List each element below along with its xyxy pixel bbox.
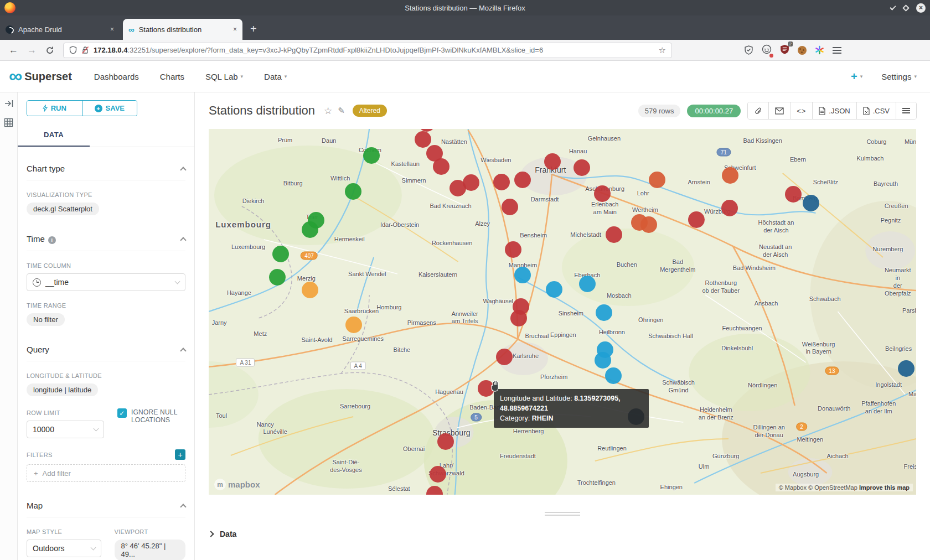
reload-button[interactable] xyxy=(45,46,54,55)
ignore-null-checkbox-row[interactable]: ✓ IGNORE NULL LOCATIONS xyxy=(117,408,184,424)
insecure-lock-icon[interactable] xyxy=(81,46,89,54)
export-csv-button[interactable]: .CSV xyxy=(856,102,896,119)
scatter-point[interactable] xyxy=(493,174,510,190)
viewport-value[interactable]: 8° 46' 45.28" | 49... xyxy=(115,540,185,560)
back-button[interactable]: ← xyxy=(9,45,18,56)
scatter-point[interactable] xyxy=(640,216,657,233)
browser-tab-stations-distribution[interactable]: ∞ Stations distribution × xyxy=(123,19,242,40)
improve-map-link[interactable]: Improve this map xyxy=(859,484,910,491)
scatter-point[interactable] xyxy=(596,304,612,321)
scatter-point[interactable] xyxy=(595,352,611,369)
superset-logo[interactable]: ∞ Superset xyxy=(9,69,72,84)
scatter-point[interactable] xyxy=(544,153,561,170)
forward-button[interactable]: → xyxy=(27,45,37,56)
scatter-point[interactable] xyxy=(649,172,665,188)
scatter-point[interactable] xyxy=(574,159,590,176)
browser-tab-apache-druid[interactable]: Apache Druid × xyxy=(0,19,120,40)
checkbox-checked-icon[interactable]: ✓ xyxy=(117,408,127,418)
save-button[interactable]: + SAVE xyxy=(82,101,137,116)
window-minimize-icon[interactable] xyxy=(890,4,896,10)
expand-panel-icon[interactable] xyxy=(4,99,14,108)
copy-link-button[interactable] xyxy=(748,102,768,119)
tracking-shield-icon[interactable] xyxy=(69,46,77,54)
nav-data[interactable]: Data▾ xyxy=(264,72,287,81)
mapbox-logo[interactable]: m mapbox xyxy=(214,479,260,490)
scatter-point[interactable] xyxy=(430,466,446,483)
section-time[interactable]: Timei xyxy=(27,234,185,251)
multi-account-extension-icon[interactable] xyxy=(762,44,772,56)
scatter-point[interactable] xyxy=(302,282,318,298)
nav-sql-lab[interactable]: SQL Lab▾ xyxy=(205,72,243,81)
scatter-point[interactable] xyxy=(722,167,738,184)
email-button[interactable] xyxy=(768,102,790,119)
scatter-point[interactable] xyxy=(502,199,518,215)
viz-type-value[interactable]: deck.gl Scatterplot xyxy=(27,203,99,215)
tab-close-icon[interactable]: × xyxy=(110,25,114,33)
scatter-point[interactable] xyxy=(269,269,286,286)
map-city-label: Bad Windsheim xyxy=(733,265,776,272)
scatter-point[interactable] xyxy=(898,360,914,377)
settings-menu[interactable]: Settings▾ xyxy=(881,72,917,81)
datasource-grid-icon[interactable] xyxy=(4,118,13,127)
tab-close-icon[interactable]: × xyxy=(233,25,237,33)
scatter-point[interactable] xyxy=(579,276,596,292)
pocket-extension-icon[interactable] xyxy=(744,45,753,55)
nav-charts[interactable]: Charts xyxy=(160,72,184,81)
scatter-point[interactable] xyxy=(510,310,527,326)
mapbox-attribution-link[interactable]: © Mapbox xyxy=(779,484,807,491)
scatter-point[interactable] xyxy=(721,200,738,216)
section-chart-type[interactable]: Chart type xyxy=(27,164,185,180)
scatter-point[interactable] xyxy=(803,195,819,211)
scatter-point[interactable] xyxy=(496,349,513,365)
ublock-extension-icon[interactable]: 2 xyxy=(780,44,789,56)
scatter-point[interactable] xyxy=(688,211,705,228)
nav-dashboards[interactable]: Dashboards xyxy=(94,72,139,81)
favorite-star-icon[interactable]: ☆ xyxy=(324,105,332,117)
run-button[interactable]: RUN xyxy=(27,101,82,116)
window-maximize-icon[interactable] xyxy=(902,4,910,12)
chart-menu-button[interactable] xyxy=(896,102,916,119)
add-filter-box[interactable]: + Add filter xyxy=(27,464,185,482)
scatter-point[interactable] xyxy=(345,183,361,200)
scatter-point[interactable] xyxy=(302,221,318,238)
scatter-point[interactable] xyxy=(415,131,431,148)
scatter-point[interactable] xyxy=(345,317,362,333)
scatter-point[interactable] xyxy=(363,147,380,164)
bookmark-star-icon[interactable]: ☆ xyxy=(659,45,666,55)
scatter-point[interactable] xyxy=(437,433,454,450)
lonlat-value[interactable]: longitude | latitude xyxy=(27,383,98,396)
section-query[interactable]: Query xyxy=(27,345,185,361)
colorful-extension-icon[interactable] xyxy=(815,45,824,55)
scatter-point[interactable] xyxy=(594,185,611,202)
map-style-select[interactable]: Outdoors xyxy=(27,540,101,557)
scatter-point[interactable] xyxy=(505,241,521,258)
map-canvas[interactable]: Longitude and Latitude: 8.1359273095, 48… xyxy=(209,129,916,495)
section-map[interactable]: Map xyxy=(27,501,185,517)
scatter-point[interactable] xyxy=(546,281,562,298)
scatter-point[interactable] xyxy=(605,367,622,384)
scatter-point[interactable] xyxy=(514,172,531,188)
scatter-point[interactable] xyxy=(606,226,622,243)
edit-properties-icon[interactable]: ✎ xyxy=(338,106,345,116)
scatter-point[interactable] xyxy=(785,186,802,203)
panel-resize-handle[interactable] xyxy=(545,512,580,516)
embed-code-button[interactable]: <> xyxy=(790,102,812,119)
tab-data[interactable]: DATA xyxy=(18,131,90,147)
scatter-point[interactable] xyxy=(463,174,479,191)
add-filter-plus-button[interactable]: + xyxy=(175,449,185,460)
time-range-value[interactable]: No filter xyxy=(27,313,65,326)
cookie-extension-icon[interactable] xyxy=(798,46,807,55)
new-button[interactable]: +▾ xyxy=(851,70,862,83)
scatter-point[interactable] xyxy=(514,267,531,283)
url-bar[interactable]: 172.18.0.4:32251/superset/explore/?form_… xyxy=(63,43,672,58)
data-expander[interactable]: Data xyxy=(209,530,236,538)
browser-menu-icon[interactable] xyxy=(833,47,841,54)
new-tab-button[interactable]: + xyxy=(250,23,257,35)
scatter-point[interactable] xyxy=(272,246,289,262)
row-limit-select[interactable]: 10000 xyxy=(27,421,104,438)
time-column-select[interactable]: __time xyxy=(27,273,185,291)
window-close-icon[interactable]: × xyxy=(916,3,926,13)
scatter-point[interactable] xyxy=(433,158,450,175)
osm-attribution-link[interactable]: © OpenStreetMap xyxy=(808,484,857,491)
export-json-button[interactable]: .JSON xyxy=(812,102,856,119)
